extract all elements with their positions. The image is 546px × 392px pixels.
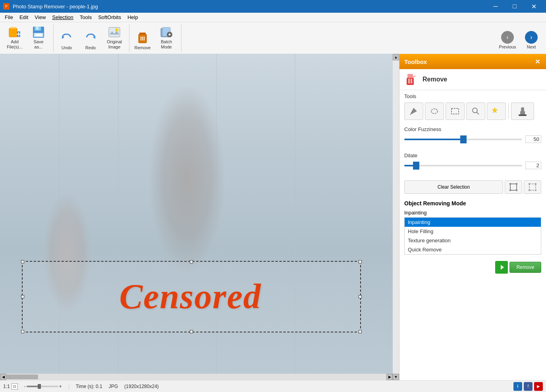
original-image-button[interactable]: OriginalImage: [103, 26, 126, 52]
select-mode-button-2[interactable]: [524, 180, 541, 194]
remove-action-icon[interactable]: [495, 261, 508, 274]
obj-mode-option-3[interactable]: Quick Remove: [405, 245, 541, 254]
title-bar-controls[interactable]: ─ □ ✕: [486, 0, 543, 13]
zoom-track[interactable]: [27, 386, 58, 387]
scroll-right-arrow[interactable]: ▶: [386, 374, 393, 380]
svg-rect-42: [535, 183, 536, 185]
save-as-label: Saveas...: [33, 39, 43, 50]
app-icon: P: [3, 3, 10, 10]
scroll-track-horizontal[interactable]: [6, 374, 386, 380]
remove-header: Remove: [399, 69, 546, 90]
menu-tools[interactable]: Tools: [77, 14, 95, 21]
menu-file[interactable]: File: [2, 14, 16, 21]
menu-help[interactable]: Help: [124, 14, 141, 21]
nav-arrows: ‹ Previous › Next: [496, 25, 543, 51]
svg-rect-44: [535, 189, 536, 191]
scroll-up-arrow[interactable]: ▲: [393, 54, 399, 60]
remove-button[interactable]: Remove: [131, 26, 154, 52]
zoom-slider[interactable]: - +: [24, 384, 62, 389]
toolbar-file-group: AddFile(s)... Saveas...: [3, 24, 54, 52]
svg-rect-7: [36, 27, 39, 30]
menu-edit[interactable]: Edit: [16, 14, 31, 21]
obj-mode-dropdown[interactable]: Inpainting Hole Filling Texture generati…: [404, 217, 541, 255]
select-mode-button-1[interactable]: [505, 180, 522, 194]
zoom-minus-button[interactable]: -: [24, 384, 26, 389]
undo-button[interactable]: Undo: [55, 26, 78, 52]
previous-button[interactable]: ‹ Previous: [496, 25, 519, 51]
horizontal-scrollbar[interactable]: ◀ ▶: [0, 374, 393, 380]
undo-icon: [60, 32, 73, 44]
obj-mode-title: Object Removing Mode: [404, 200, 541, 207]
next-button[interactable]: › Next: [520, 25, 543, 51]
maximize-button[interactable]: □: [505, 0, 524, 13]
status-icons: i f ▶: [513, 382, 543, 391]
minimize-button[interactable]: ─: [486, 0, 505, 13]
pencil-tool-button[interactable]: [404, 102, 423, 120]
redo-button[interactable]: Redo: [79, 26, 102, 52]
selection-rectangle: [22, 261, 361, 332]
toolbox-panel: Toolbox ✕ Remove Tools: [399, 54, 546, 380]
stamp-tool-button[interactable]: [511, 102, 534, 120]
menu-view[interactable]: View: [31, 14, 49, 21]
scroll-thumb-horizontal[interactable]: [6, 375, 38, 379]
svg-rect-27: [411, 79, 412, 83]
lasso-tool-button[interactable]: [425, 102, 444, 120]
youtube-icon[interactable]: ▶: [534, 382, 543, 391]
svg-rect-43: [529, 189, 530, 191]
dilate-section: Dilate 2: [399, 149, 546, 176]
dilate-thumb[interactable]: [413, 162, 419, 170]
info-icon[interactable]: i: [513, 382, 522, 391]
svg-rect-39: [516, 189, 517, 191]
scroll-track-vertical[interactable]: [393, 60, 399, 374]
dilate-slider[interactable]: [404, 165, 522, 166]
menu-selection[interactable]: Selection: [49, 14, 76, 21]
status-sep-1: |: [68, 384, 69, 389]
toolbox-close-button[interactable]: ✕: [533, 58, 541, 66]
color-fuzziness-label: Color Fuzziness: [404, 126, 444, 132]
obj-mode-current-label: Inpainting: [404, 210, 541, 216]
color-fuzziness-row: Color Fuzziness: [404, 126, 541, 132]
close-button[interactable]: ✕: [525, 0, 543, 13]
photo-background: Censored: [0, 54, 393, 380]
scroll-left-arrow[interactable]: ◀: [0, 374, 6, 380]
tool-buttons-container: [404, 102, 541, 120]
original-image-label: OriginalImage: [107, 39, 122, 50]
scroll-down-arrow[interactable]: ▼: [393, 374, 399, 380]
add-files-button[interactable]: AddFile(s)...: [3, 26, 26, 52]
svg-point-13: [115, 28, 118, 31]
remove-label: Remove: [135, 45, 151, 50]
remove-action-button[interactable]: Remove: [509, 262, 541, 273]
zoom-plus-button[interactable]: +: [59, 384, 62, 389]
menu-softorbits[interactable]: SoftOrbits: [95, 14, 124, 21]
handle-bl: [21, 330, 24, 333]
toolbox-header: Toolbox ✕: [399, 54, 546, 69]
obj-mode-option-1[interactable]: Hole Filling: [405, 227, 541, 236]
add-files-icon: [8, 26, 21, 39]
wand-plus-tool-button[interactable]: [487, 102, 506, 120]
facebook-icon[interactable]: f: [524, 382, 532, 391]
obj-mode-option-2[interactable]: Texture generation: [405, 236, 541, 245]
previous-icon: ‹: [501, 31, 514, 44]
save-as-button[interactable]: Saveas...: [27, 26, 50, 52]
obj-mode-option-0[interactable]: Inpainting: [405, 218, 541, 227]
save-icon: [32, 26, 45, 39]
vertical-scrollbar[interactable]: ▲ ▼: [393, 54, 399, 380]
menu-bar: File Edit View Selection Tools SoftOrbit…: [0, 13, 546, 22]
next-icon: ›: [525, 31, 538, 44]
magic-wand-tool-button[interactable]: [466, 102, 485, 120]
svg-rect-14: [139, 33, 146, 34]
clear-selection-button[interactable]: Clear Selection: [404, 180, 503, 194]
color-fuzziness-value[interactable]: 50: [525, 135, 541, 143]
handle-tl: [21, 260, 24, 263]
batch-mode-button[interactable]: BatchMode: [155, 26, 178, 52]
rect-select-tool-button[interactable]: [446, 102, 465, 120]
handle-ml: [21, 295, 24, 298]
toolbar: AddFile(s)... Saveas...: [0, 22, 546, 54]
canvas-area[interactable]: Censored ▲ ▼ ◀: [0, 54, 399, 380]
color-fuzziness-thumb[interactable]: [460, 135, 467, 143]
zoom-thumb[interactable]: [38, 384, 41, 389]
svg-rect-36: [509, 183, 511, 185]
color-fuzziness-slider[interactable]: [404, 139, 522, 140]
color-fuzziness-slider-row: 50: [404, 135, 541, 143]
dilate-value[interactable]: 2: [525, 162, 541, 169]
